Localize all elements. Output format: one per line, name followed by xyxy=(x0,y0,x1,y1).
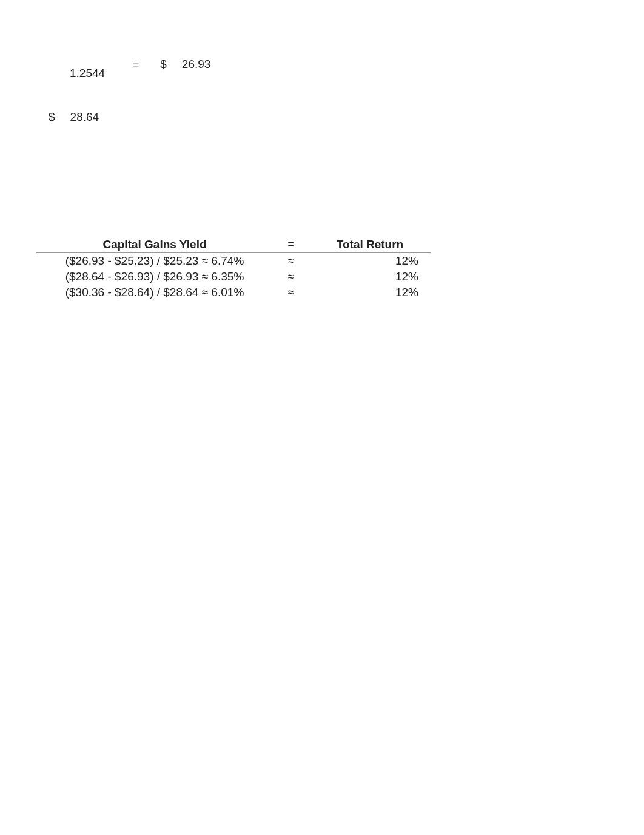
result-amount-2: 28.64 xyxy=(70,110,99,124)
calc-line-2: $ 28.64 xyxy=(49,110,243,124)
calculation-block: 1.2544 = $ 26.93 $ 28.64 xyxy=(49,58,243,124)
total-return-value: 12% xyxy=(309,286,431,299)
currency-symbol: $ xyxy=(160,58,167,71)
approx-sign: ≈ xyxy=(273,254,309,268)
table-row: ($30.36 - $28.64) / $28.64 ≈ 6.01% ≈ 12% xyxy=(36,285,431,300)
approx-sign: ≈ xyxy=(273,270,309,283)
cgy-calc: ($28.64 - $26.93) / $26.93 ≈ 6.35% xyxy=(36,270,273,283)
calc-line-1: 1.2544 = $ 26.93 xyxy=(49,58,243,80)
equals-sign: = xyxy=(132,58,139,71)
table-row: ($26.93 - $25.23) / $25.23 ≈ 6.74% ≈ 12% xyxy=(36,253,431,269)
cgy-calc: ($26.93 - $25.23) / $25.23 ≈ 6.74% xyxy=(36,254,273,268)
approx-sign: ≈ xyxy=(273,286,309,299)
total-return-value: 12% xyxy=(309,270,431,283)
divisor-value: 1.2544 xyxy=(70,67,105,80)
table-header-row: Capital Gains Yield = Total Return xyxy=(36,238,431,253)
currency-symbol: $ xyxy=(49,110,55,124)
header-total-return: Total Return xyxy=(309,238,431,251)
table-row: ($28.64 - $26.93) / $26.93 ≈ 6.35% ≈ 12% xyxy=(36,269,431,285)
result-amount-1: 26.93 xyxy=(182,58,211,71)
total-return-value: 12% xyxy=(309,254,431,268)
header-equals: = xyxy=(273,238,309,251)
header-capital-gains: Capital Gains Yield xyxy=(36,238,273,251)
yield-table: Capital Gains Yield = Total Return ($26.… xyxy=(36,238,431,300)
cgy-calc: ($30.36 - $28.64) / $28.64 ≈ 6.01% xyxy=(36,286,273,299)
